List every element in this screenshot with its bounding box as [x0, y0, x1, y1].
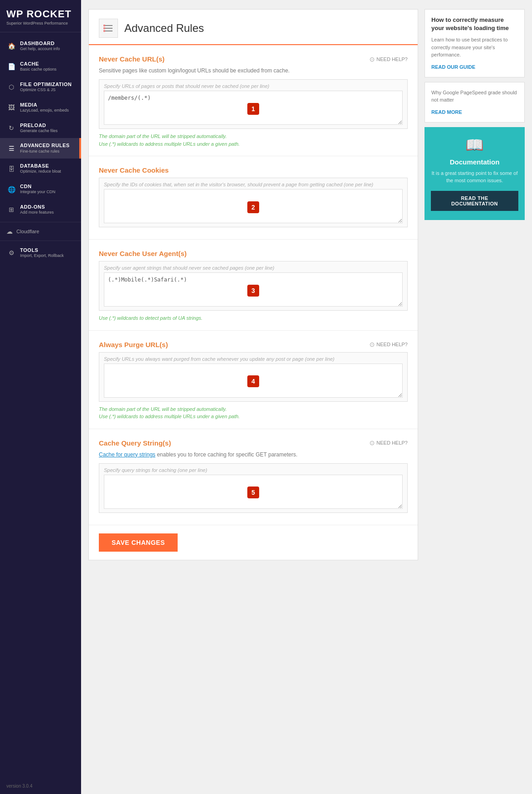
preload-icon: ↻ [6, 123, 16, 133]
never-cache-user-agents-hint: Use (.*) wildcards to detect parts of UA… [99, 314, 408, 322]
page-header: Advanced Rules [89, 10, 418, 45]
database-icon: 🗄 [6, 164, 16, 174]
add-ons-icon: ⊞ [6, 205, 16, 215]
never-cache-cookies-textarea-wrapper: 2 [104, 189, 403, 225]
main-content: Advanced Rules Never Cache URL(s) ⊙ NEED… [88, 9, 418, 560]
right-card-1-link[interactable]: READ OUR GUIDE [431, 64, 476, 70]
sidebar-item-advanced-rules[interactable]: ☰ ADVANCED RULES Fine-tune cache rules [0, 138, 81, 159]
cloudflare-label: Cloudflare [16, 229, 39, 234]
docs-icon: 📖 [431, 136, 518, 154]
logo-text: WP ROCKET [6, 8, 75, 20]
never-cache-urls-field-container: Specify URLs of pages or posts that shou… [99, 79, 408, 129]
svg-rect-5 [103, 30, 105, 32]
nav-divider-2 [0, 241, 81, 241]
section-always-purge-urls-header: Always Purge URL(s) ⊙ NEED HELP? [99, 341, 408, 348]
sidebar-item-tools[interactable]: ⚙ TOOLS Import, Export, Rollback [0, 243, 81, 263]
never-cache-cookies-field-label: Specify the IDs of cookies that, when se… [104, 182, 403, 187]
never-cache-urls-hint: The domain part of the URL will be strip… [99, 133, 408, 148]
never-cache-user-agents-field-container: Specify user agent strings that should n… [99, 261, 408, 311]
badge-5: 5 [247, 487, 259, 498]
home-icon: 🏠 [6, 41, 16, 51]
cdn-icon: 🌐 [6, 184, 16, 195]
logo-tagline: Superior WordPress Performance [6, 21, 75, 26]
docs-title: Documentation [431, 158, 518, 166]
cache-query-strings-field-container: Specify query strings for caching (one p… [99, 463, 408, 513]
section-cache-query-strings-title: Cache Query String(s) [99, 439, 171, 447]
right-sidebar: How to correctly measure your website's … [425, 9, 525, 225]
cloudflare-icon: ☁ [6, 228, 13, 235]
section-always-purge-urls-title: Always Purge URL(s) [99, 341, 168, 348]
sidebar-version: version 3.0.4 [0, 778, 81, 794]
need-help-label-2: NEED HELP? [377, 342, 408, 347]
section-cache-query-strings-header: Cache Query String(s) ⊙ NEED HELP? [99, 439, 408, 447]
section-always-purge-urls: Always Purge URL(s) ⊙ NEED HELP? Specify… [89, 331, 418, 429]
sidebar-item-media[interactable]: 🖼 MEDIA LazyLoad, emojis, embeds [0, 97, 81, 118]
docs-text: It is a great starting point to fix some… [431, 169, 518, 184]
never-cache-urls-help[interactable]: ⊙ NEED HELP? [369, 56, 408, 63]
help-icon: ⊙ [369, 56, 375, 63]
need-help-label-3: NEED HELP? [377, 440, 408, 446]
badge-2: 2 [247, 201, 259, 213]
sidebar-item-cdn[interactable]: 🌐 CDN Integrate your CDN [0, 179, 81, 200]
help-icon-2: ⊙ [369, 341, 375, 348]
always-purge-urls-hint: The domain part of the URL will be strip… [99, 405, 408, 420]
badge-3: 3 [247, 285, 259, 297]
section-never-cache-urls-header: Never Cache URL(s) ⊙ NEED HELP? [99, 55, 408, 63]
nav-divider [0, 222, 81, 222]
cache-query-strings-link[interactable]: Cache for query strings [99, 451, 155, 458]
section-never-cache-user-agents: Never Cache User Agent(s) Specify user a… [89, 240, 418, 331]
need-help-label: NEED HELP? [377, 56, 408, 62]
sidebar-item-file-optimization[interactable]: ⬡ FILE OPTIMIZATION Optimize CSS & JS [0, 77, 81, 97]
always-purge-urls-field-container: Specify URLs you always want purged from… [99, 352, 408, 402]
cache-query-strings-help[interactable]: ⊙ NEED HELP? [369, 439, 408, 446]
cache-query-strings-field-label: Specify query strings for caching (one p… [104, 467, 403, 473]
save-changes-button[interactable]: SAVE CHANGES [99, 533, 178, 552]
right-card-1-text: Learn how to use best practices to corre… [431, 36, 518, 59]
never-cache-urls-field-label: Specify URLs of pages or posts that shou… [104, 83, 403, 89]
section-never-cache-cookies: Never Cache Cookies Specify the IDs of c… [89, 156, 418, 240]
never-cache-user-agents-field-label: Specify user agent strings that should n… [104, 265, 403, 271]
sidebar: WP ROCKET Superior WordPress Performance… [0, 0, 81, 794]
section-never-cache-cookies-title: Never Cache Cookies [99, 166, 169, 174]
always-purge-urls-field-label: Specify URLs you always want purged from… [104, 356, 403, 362]
always-purge-urls-textarea-wrapper: 4 [104, 364, 403, 400]
never-cache-urls-desc: Sensitive pages like custom login/logout… [99, 67, 408, 75]
sidebar-item-add-ons[interactable]: ⊞ ADD-ONS Add more features [0, 200, 81, 220]
right-card-2: Why Google PageSpeed grade should not ma… [425, 82, 525, 123]
badge-1: 1 [247, 103, 259, 115]
never-cache-urls-textarea-wrapper: 1 [104, 91, 403, 127]
save-section: SAVE CHANGES [89, 525, 418, 560]
cache-query-strings-textarea-wrapper: 5 [104, 475, 403, 511]
never-cache-user-agents-textarea-wrapper: 3 [104, 272, 403, 308]
cache-query-strings-desc-rest: enables you to force caching for specifi… [155, 451, 297, 458]
right-card-2-link[interactable]: READ MORE [431, 109, 462, 115]
sidebar-nav: 🏠 DASHBOARD Get help, account info 📄 CAC… [0, 32, 81, 778]
cache-query-strings-desc: Cache for query strings enables you to f… [99, 451, 408, 459]
always-purge-urls-help[interactable]: ⊙ NEED HELP? [369, 341, 408, 348]
section-never-cache-urls-title: Never Cache URL(s) [99, 55, 164, 63]
section-never-cache-cookies-header: Never Cache Cookies [99, 166, 408, 174]
badge-4: 4 [247, 375, 259, 387]
section-never-cache-urls: Never Cache URL(s) ⊙ NEED HELP? Sensitiv… [89, 45, 418, 156]
sidebar-item-dashboard[interactable]: 🏠 DASHBOARD Get help, account info [0, 36, 81, 56]
page-title: Advanced Rules [124, 22, 204, 35]
main-wrapper: Advanced Rules Never Cache URL(s) ⊙ NEED… [81, 0, 532, 794]
right-card-docs: 📖 Documentation It is a great starting p… [425, 127, 525, 220]
docs-button[interactable]: READ THE DOCUMENTATION [431, 191, 518, 211]
tools-icon: ⚙ [6, 248, 16, 258]
cache-icon: 📄 [6, 61, 16, 72]
media-icon: 🖼 [6, 102, 16, 113]
section-never-cache-user-agents-header: Never Cache User Agent(s) [99, 250, 408, 257]
right-card-1: How to correctly measure your website's … [425, 9, 525, 77]
right-card-1-title: How to correctly measure your website's … [431, 16, 518, 32]
file-optimization-icon: ⬡ [6, 82, 16, 92]
svg-rect-4 [103, 27, 105, 29]
section-cache-query-strings: Cache Query String(s) ⊙ NEED HELP? Cache… [89, 429, 418, 525]
sidebar-item-preload[interactable]: ↻ PRELOAD Generate cache files [0, 118, 81, 138]
right-card-2-text: Why Google PageSpeed grade should not ma… [431, 89, 518, 104]
sidebar-item-cache[interactable]: 📄 CACHE Basic cache options [0, 56, 81, 77]
sidebar-item-cloudflare[interactable]: ☁ Cloudflare [0, 224, 81, 239]
sidebar-item-database[interactable]: 🗄 DATABASE Optimize, reduce bloat [0, 159, 81, 179]
svg-rect-3 [103, 25, 105, 26]
help-icon-3: ⊙ [369, 439, 375, 446]
